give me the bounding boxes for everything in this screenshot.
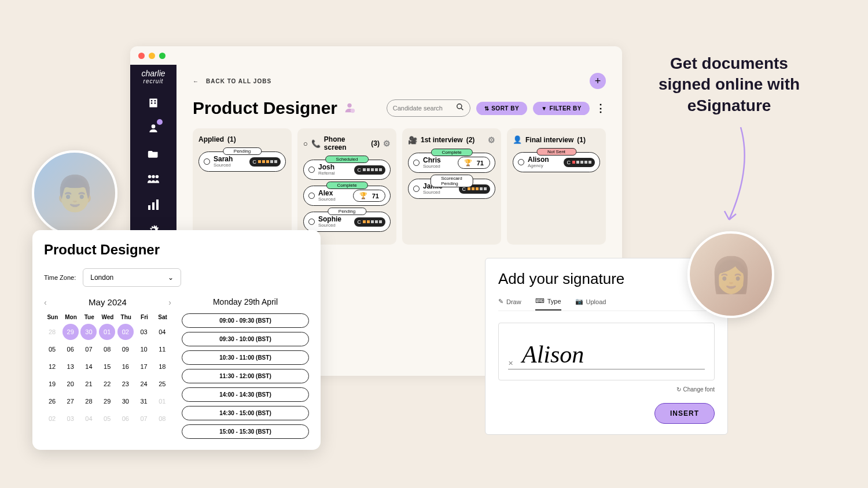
day-cell[interactable]: 27: [62, 393, 79, 409]
day-cell[interactable]: 03: [62, 411, 79, 427]
day-cell[interactable]: 08: [99, 341, 115, 357]
select-radio[interactable]: [308, 193, 315, 199]
svg-point-6: [148, 175, 152, 179]
day-cell[interactable]: 29: [99, 393, 115, 409]
day-cell[interactable]: 09: [117, 341, 134, 357]
select-radio[interactable]: [413, 186, 420, 192]
day-cell[interactable]: 08: [154, 411, 170, 427]
refresh-icon: ↻: [676, 386, 681, 393]
time-slot[interactable]: 09:30 - 10:00 (BST): [182, 332, 309, 346]
search-input[interactable]: [387, 99, 470, 117]
day-cell[interactable]: 10: [136, 341, 152, 357]
next-month-button[interactable]: ›: [168, 298, 171, 307]
person-icon: [343, 98, 356, 118]
day-cell[interactable]: 24: [136, 376, 152, 392]
candidate-card[interactable]: Scheduled JoshReferral C: [303, 160, 391, 180]
day-cell[interactable]: 01: [154, 393, 170, 409]
candidate-card[interactable]: Complete AlexSourced 🏆71: [303, 186, 391, 206]
column-title: Phone screen: [324, 135, 367, 151]
day-cell[interactable]: 02: [117, 324, 134, 340]
time-slot[interactable]: 10:30 - 11:00 (BST): [182, 350, 309, 365]
filter-button[interactable]: ▼FILTER BY: [533, 102, 590, 115]
day-cell[interactable]: 05: [99, 411, 115, 427]
candidate-card[interactable]: Not Sent AlisonAgency C: [513, 152, 600, 172]
day-cell[interactable]: 12: [44, 358, 60, 375]
day-cell[interactable]: 21: [80, 376, 97, 392]
select-radio[interactable]: [308, 219, 315, 225]
day-cell[interactable]: 06: [62, 341, 79, 357]
day-cell[interactable]: 07: [136, 411, 152, 427]
day-cell[interactable]: 16: [117, 358, 134, 375]
prev-month-button[interactable]: ‹: [44, 298, 47, 307]
day-cell[interactable]: 01: [99, 324, 115, 340]
day-cell[interactable]: 23: [117, 376, 134, 392]
day-cell[interactable]: 03: [136, 324, 152, 340]
day-cell[interactable]: 30: [80, 324, 97, 340]
day-cell[interactable]: 22: [99, 376, 115, 392]
more-menu-icon[interactable]: ⋮: [595, 102, 606, 114]
window-minimize-icon[interactable]: [149, 53, 155, 59]
day-cell[interactable]: 04: [80, 411, 97, 427]
back-button[interactable]: ← BACK TO ALL JOBS: [193, 78, 271, 84]
day-cell[interactable]: 17: [136, 358, 152, 375]
candidate-card[interactable]: Scorecard Pending JamieSourced C: [408, 179, 495, 199]
signature-canvas[interactable]: Alison ✕: [498, 323, 715, 380]
window-maximize-icon[interactable]: [159, 53, 165, 59]
day-cell[interactable]: 02: [44, 411, 60, 427]
column-config-icon[interactable]: ⚙: [383, 139, 391, 148]
day-cell[interactable]: 18: [154, 358, 170, 375]
candidate-card[interactable]: Pending SophieSourced C: [303, 212, 391, 232]
candidate-card[interactable]: Pending SarahSourced C: [198, 151, 286, 172]
day-cell[interactable]: 25: [154, 376, 170, 392]
signature-line: [508, 369, 705, 369]
tab-draw[interactable]: ✎Draw: [498, 297, 521, 310]
change-font-button[interactable]: ↻Change font: [498, 386, 715, 393]
day-cell[interactable]: 19: [44, 376, 60, 392]
search-field[interactable]: [393, 105, 456, 112]
time-slot[interactable]: 11:30 - 12:00 (BST): [182, 369, 309, 383]
day-cell[interactable]: 31: [136, 393, 152, 409]
day-cell[interactable]: 20: [62, 376, 79, 392]
add-button[interactable]: +: [590, 73, 606, 89]
day-cell[interactable]: 29: [62, 324, 79, 340]
nav-candidates-icon[interactable]: [146, 121, 160, 135]
day-cell[interactable]: 15: [99, 358, 115, 375]
selected-date-label: Monday 29th April: [182, 297, 309, 306]
timezone-select[interactable]: London⌄: [83, 268, 181, 287]
nav-analytics-icon[interactable]: [146, 198, 160, 212]
tab-type[interactable]: ⌨Type: [535, 297, 561, 310]
day-cell[interactable]: 13: [62, 358, 79, 375]
select-radio[interactable]: [308, 167, 315, 173]
candidate-card[interactable]: Complete ChrisSourced 🏆71: [408, 153, 495, 173]
tab-upload[interactable]: 📷Upload: [575, 297, 606, 310]
insert-button[interactable]: INSERT: [654, 403, 715, 424]
day-cell[interactable]: 04: [154, 324, 170, 340]
time-slot[interactable]: 14:30 - 15:00 (BST): [182, 406, 309, 420]
day-cell[interactable]: 07: [80, 341, 97, 357]
day-cell[interactable]: 14: [80, 358, 97, 375]
day-cell[interactable]: 28: [80, 393, 97, 409]
day-cell[interactable]: 30: [117, 393, 134, 409]
svg-rect-1: [151, 100, 153, 102]
nav-folder-icon[interactable]: [146, 147, 160, 161]
window-close-icon[interactable]: [138, 53, 145, 59]
nav-team-icon[interactable]: [146, 172, 160, 186]
day-cell[interactable]: 11: [154, 341, 170, 357]
time-slot[interactable]: 15:00 - 15:30 (BST): [182, 424, 309, 439]
column-config-icon[interactable]: ⚙: [488, 135, 495, 145]
select-radio[interactable]: [518, 159, 524, 165]
day-cell[interactable]: 26: [44, 393, 60, 409]
select-radio[interactable]: [204, 158, 210, 165]
day-cell[interactable]: 28: [44, 324, 60, 340]
nav-building-icon[interactable]: [146, 96, 160, 110]
column-count: (3): [371, 139, 380, 147]
headline: Get documents signed online with eSignat…: [648, 53, 810, 116]
time-slot[interactable]: 14:00 - 14:30 (BST): [182, 387, 309, 402]
time-slot[interactable]: 09:00 - 09:30 (BST): [182, 313, 309, 328]
day-cell[interactable]: 05: [44, 341, 60, 357]
rating-chip: C: [354, 165, 386, 175]
candidate-name: Sarah: [214, 156, 246, 162]
sort-button[interactable]: ⇅SORT BY: [476, 102, 527, 115]
select-radio[interactable]: [413, 160, 420, 166]
day-cell[interactable]: 06: [117, 411, 134, 427]
